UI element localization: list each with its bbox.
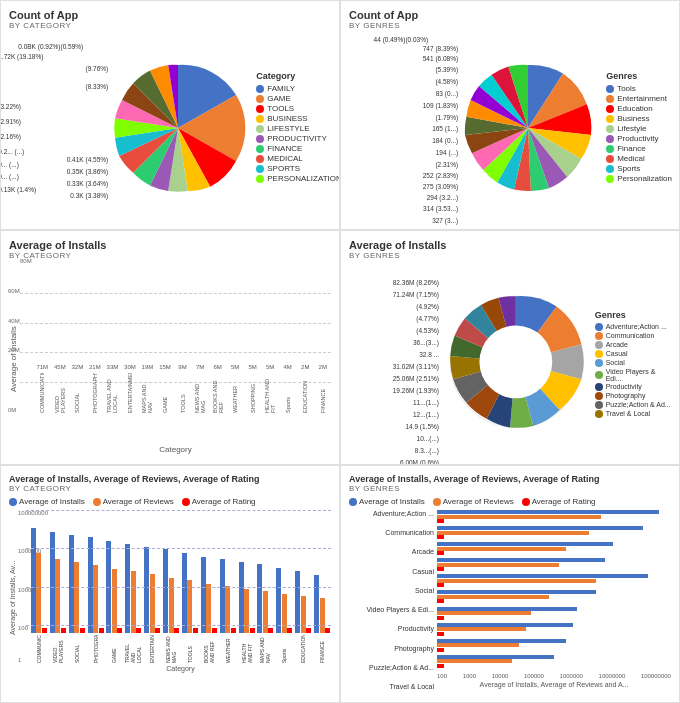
- legend-label-game: GAME: [267, 94, 291, 103]
- bar-finance: 2M FINANCE: [315, 364, 332, 413]
- dll-8: Photography: [606, 392, 646, 399]
- mb-rect-edu-inst: [295, 571, 300, 632]
- bar-installs-cat-chart-area: Average of Installs 80M 60M 40M 20M 0M: [9, 264, 331, 454]
- hbar-10-rev: [437, 659, 512, 663]
- dli-8: Photography: [595, 392, 671, 400]
- hbar-2-inst: [437, 526, 643, 530]
- mb-x-edu: EDUCATION: [300, 635, 306, 663]
- legend-item-tools: TOOLS: [256, 104, 340, 113]
- multi-legend-cat: Average of Installs Average of Reviews A…: [9, 497, 331, 506]
- mb-rect-m-rev: [263, 591, 268, 633]
- dld-8: [595, 392, 603, 400]
- mb-x-vp: VIDEO PLAYERS: [52, 635, 64, 663]
- mb-rect-m-inst: [257, 564, 262, 633]
- legend-dot-finance: [256, 145, 264, 153]
- bar-entertain: 30M ENTERTAINMENT: [122, 364, 139, 413]
- dl-1: 82.36M (8.26%): [393, 279, 439, 286]
- bvl-social: 32M: [71, 364, 83, 370]
- g-label-15: 314 (3.53...): [423, 205, 458, 212]
- mb-maps: MAPS AND NAV: [257, 510, 275, 663]
- hr-7: [437, 607, 671, 623]
- label-7: 0.3K (3.38%): [70, 192, 108, 199]
- bvl-photo: 21M: [89, 364, 101, 370]
- pie-genres-panel: Count of App BY GENRES 747 (8.39%) 541 (…: [340, 0, 680, 230]
- li-finance: Finance: [606, 144, 672, 153]
- mli-rating-cat: Average of Rating: [182, 497, 256, 506]
- hbar-9-rev: [437, 643, 519, 647]
- mli-rating-gen: Average of Rating: [522, 497, 596, 506]
- mb-rect-m-rat: [268, 628, 273, 633]
- legend-label-family: FAMILY: [267, 84, 295, 93]
- g-label-13: 275 (3.09%): [423, 183, 458, 190]
- bvl-communication: 71M: [36, 364, 48, 370]
- mb-rect-ph-rev: [93, 565, 98, 633]
- bvl-education: 2M: [301, 364, 309, 370]
- legend-item-business: BUSINESS: [256, 114, 340, 123]
- bvl-health: 5M: [266, 364, 274, 370]
- legend-item-finance: FINANCE: [256, 144, 340, 153]
- hr-10: [437, 655, 671, 671]
- hbar-5-inst: [437, 574, 648, 578]
- mb-rect-edu-rev: [301, 596, 306, 633]
- donut-installs-genres-panel: Average of Installs BY GENRES 82.36M (8.…: [340, 230, 680, 465]
- g-label-7: (1.79%): [435, 114, 458, 121]
- hr-2: [437, 526, 671, 542]
- hbar-10-rat: [437, 664, 444, 668]
- hr-5: [437, 574, 671, 590]
- dld-10: [595, 410, 603, 418]
- legend-genres-title: Genres: [606, 71, 672, 81]
- bvl-news: 7M: [196, 364, 204, 370]
- gy-label-4: Casual: [349, 568, 434, 575]
- horiz-multi-bar-genres-panel: Average of Installs, Average of Reviews,…: [340, 465, 680, 703]
- mb-rect-bk-rat: [212, 628, 217, 633]
- label-13: 0... (...): [0, 173, 19, 180]
- g-label-top: 44 (0.49%)(0.03%): [374, 36, 429, 43]
- legend-item-personalization: PERSONALIZATION: [256, 174, 340, 183]
- bvl-shopping: 5M: [248, 364, 256, 370]
- gy-label-1: Adventure;Action ...: [349, 510, 434, 517]
- y-axis-installs-cat: Average of Installs: [9, 264, 18, 454]
- bvl-vp: 45M: [54, 364, 66, 370]
- bar-x-finance: FINANCE: [320, 373, 326, 413]
- mb-rect-h-rev: [244, 589, 249, 633]
- mb-x-sports: Sports: [281, 635, 287, 663]
- gy-label-6: Video Players & Edi...: [349, 606, 434, 613]
- legend-dot-family: [256, 85, 264, 93]
- horiz-multi-bar-genres-subtitle: BY GENRES: [349, 484, 671, 493]
- ld-medical: [606, 155, 614, 163]
- legend-dot-productivity: [256, 135, 264, 143]
- mli-reviews-gen: Average of Reviews: [433, 497, 514, 506]
- hbar-4-rev: [437, 563, 559, 567]
- hbar-6-inst: [437, 590, 596, 594]
- dli-10: Travel & Local: [595, 410, 671, 418]
- legend-label-lifestyle: LIFESTYLE: [267, 124, 309, 133]
- hbar-2-rev: [437, 531, 589, 535]
- mb-rect-fin-inst: [314, 575, 319, 633]
- hbar-7-rat: [437, 616, 444, 620]
- hbar-2-rat: [437, 535, 444, 539]
- mb-rect-comm-rat: [42, 628, 47, 633]
- legend-dot-tools: [256, 105, 264, 113]
- mll-installs-cat: Average of Installs: [19, 497, 85, 506]
- mld-rating-cat: [182, 498, 190, 506]
- genres-y-labels: Adventure;Action ... Communication Arcad…: [349, 510, 437, 690]
- ll-medical: Medical: [617, 154, 645, 163]
- legend-label-business: BUSINESS: [267, 114, 307, 123]
- mli-reviews-cat: Average of Reviews: [93, 497, 174, 506]
- pie-category-chart: [108, 58, 248, 198]
- ll-tools: Tools: [617, 84, 636, 93]
- bar-game: 15M GAME: [157, 364, 174, 413]
- x-axis-multi-gen: Average of Installs, Average of Reviews …: [437, 681, 671, 688]
- gy-label-10: Travel & Local: [349, 683, 434, 690]
- mb-rect-vp-inst: [50, 532, 55, 633]
- g-label-14: 294 (3.2...): [427, 194, 458, 201]
- pie-category-subtitle: BY CATEGORY: [9, 21, 331, 30]
- bar-tools: 9M TOOLS: [174, 364, 191, 413]
- xtick-10k: 10000: [492, 673, 509, 679]
- legend-dot-business: [256, 115, 264, 123]
- bar-x-photo: PHOTOGRAPHY: [92, 373, 98, 413]
- label-4: 0.41K (4.55%): [67, 156, 109, 163]
- bar-x-communication: COMMUNICATION: [39, 373, 45, 413]
- xtick-10m: 10000000: [599, 673, 626, 679]
- bar-installs-cat-title: Average of Installs: [9, 239, 331, 251]
